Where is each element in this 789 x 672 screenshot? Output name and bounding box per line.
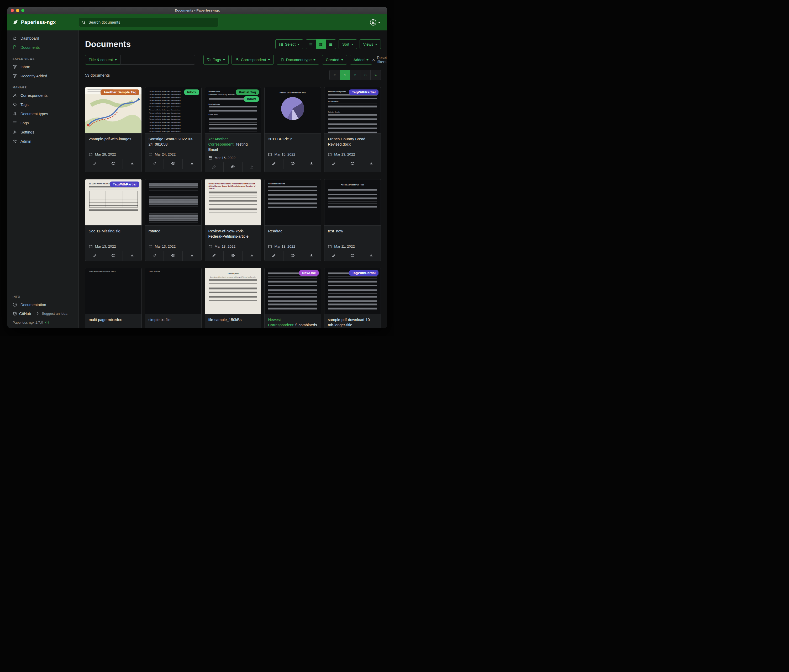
view-document-button[interactable]	[163, 159, 182, 169]
document-thumbnail[interactable]: Lorem ipsumLorem ipsum dolor sit amet, c…	[205, 268, 261, 314]
document-title[interactable]: file-sample_150kBs	[208, 318, 242, 322]
document-title[interactable]: test_new	[328, 229, 343, 233]
sidebar-item-recently-added[interactable]: Recently Added	[7, 71, 78, 81]
document-title-line[interactable]: Review-of-New-York-Federal-Petitions-art…	[208, 228, 258, 239]
sidebar-item-dashboard[interactable]: Dashboard	[7, 33, 78, 43]
document-title-line[interactable]: test_new	[328, 228, 377, 234]
document-card[interactable]: TagWithPartial sample-pdf-download-10-mb…	[324, 268, 381, 328]
list-view-button[interactable]	[306, 39, 316, 49]
tag-badge[interactable]: TagWithPartial	[349, 270, 379, 275]
title-content-dropdown[interactable]: Title & content	[85, 55, 120, 65]
document-thumbnail[interactable]: Adobe Acrobat PDF Files	[324, 179, 380, 226]
document-card[interactable]: Lorem ipsumLorem ipsum dolor sit amet, c…	[205, 268, 262, 328]
view-document-button[interactable]	[104, 251, 123, 261]
suggest-idea-link[interactable]: Suggest an idea	[36, 312, 67, 315]
document-title-line[interactable]: Newest Correspondent:f_combineds	[268, 317, 317, 328]
correspondent-filter-button[interactable]: Correspondent	[232, 55, 274, 65]
view-document-button[interactable]	[343, 251, 362, 261]
tag-badge[interactable]: Inbox	[244, 96, 259, 102]
reset-filters-button[interactable]: × Reset filters	[372, 56, 387, 64]
view-document-button[interactable]	[283, 159, 302, 169]
tag-badge[interactable]: Another Sample Tag	[101, 89, 139, 95]
edit-document-button[interactable]	[324, 251, 343, 261]
document-title-line[interactable]: 2011 BP Pie 2	[268, 136, 317, 142]
document-title-line[interactable]: Sonstige ScanPC2022 03-24_081058	[149, 136, 198, 147]
document-title-line[interactable]: rotated	[149, 228, 198, 234]
document-title-line[interactable]: 2sample-pdf-with-images	[89, 136, 138, 142]
document-thumbnail[interactable]	[145, 179, 201, 226]
document-card[interactable]: French Country BreadFor the LeavenMake t…	[324, 87, 381, 172]
document-title-line[interactable]: Yet Another Correspondent:Testing Email	[208, 136, 258, 152]
document-thumbnail[interactable]: This is a test file.	[145, 268, 201, 314]
document-thumbnail[interactable]: This is a multi page document. Page 1.	[85, 268, 142, 314]
download-document-button[interactable]	[123, 159, 142, 169]
sidebar-item-inbox[interactable]: Inbox	[7, 62, 78, 71]
view-document-button[interactable]	[283, 251, 302, 261]
document-card[interactable]: NewOne Newest Correspondent:f_combineds	[264, 268, 321, 328]
minimize-window-button[interactable]	[16, 9, 19, 12]
tags-filter-button[interactable]: Tags	[203, 55, 228, 65]
sort-button[interactable]: Sort	[339, 39, 357, 49]
document-thumbnail[interactable]: Contact Sheet Demo	[265, 179, 321, 226]
pagination-page-1[interactable]: 1	[340, 70, 350, 80]
document-thumbnail[interactable]: NewOne	[265, 268, 321, 314]
document-thumbnail[interactable]: Review of New York Federal Petitions for…	[205, 179, 261, 226]
download-document-button[interactable]	[362, 251, 380, 261]
added-filter-button[interactable]: Added	[350, 55, 372, 65]
download-document-button[interactable]	[302, 251, 321, 261]
sidebar-item-documents[interactable]: Documents	[7, 43, 78, 52]
view-document-button[interactable]	[104, 159, 123, 169]
edit-document-button[interactable]	[265, 251, 283, 261]
edit-document-button[interactable]	[85, 251, 104, 261]
zoom-window-button[interactable]	[21, 9, 24, 12]
window-titlebar[interactable]: Documents - Paperless-ngx	[7, 7, 387, 14]
document-title[interactable]: 2sample-pdf-with-images	[89, 137, 131, 141]
github-link[interactable]: GitHub	[13, 311, 31, 316]
tag-badge[interactable]: TagWithPartial	[349, 89, 379, 95]
global-search[interactable]	[79, 18, 218, 27]
document-thumbnail[interactable]: Patient BP Distribution 2011	[265, 88, 321, 134]
edit-document-button[interactable]	[205, 251, 224, 261]
document-card[interactable]: 11. CONTINUING MEDICAL EDUCA TagWithPart…	[85, 179, 142, 261]
brand[interactable]: Paperless-ngx	[7, 19, 79, 25]
document-card[interactable]: This is a test file. simple txt file	[145, 268, 201, 328]
document-title-line[interactable]: Sec 11-Missing sig	[89, 228, 138, 234]
document-card[interactable]: Another Sample Tag 2sample-pdf-with-imag…	[85, 87, 142, 172]
download-document-button[interactable]	[302, 159, 321, 169]
view-document-button[interactable]	[224, 251, 242, 261]
edit-document-button[interactable]	[265, 159, 283, 169]
view-document-button[interactable]	[343, 159, 362, 169]
download-document-button[interactable]	[362, 159, 380, 169]
detail-view-button[interactable]	[326, 39, 336, 49]
document-correspondent[interactable]: Newest Correspondent:	[268, 318, 294, 327]
view-document-button[interactable]	[224, 162, 242, 172]
document-title[interactable]: f_combineds	[295, 323, 317, 327]
edit-document-button[interactable]	[205, 162, 224, 172]
document-thumbnail[interactable]: 11. CONTINUING MEDICAL EDUCA TagWithPart…	[85, 179, 142, 226]
sidebar-item-admin[interactable]: Admin	[7, 137, 78, 146]
view-document-button[interactable]	[163, 251, 182, 261]
download-document-button[interactable]	[182, 251, 201, 261]
search-input[interactable]	[79, 18, 218, 27]
document-card[interactable]: This is a test for the double space char…	[145, 87, 201, 172]
document-title-line[interactable]: multi-page-mixedxx	[89, 317, 138, 322]
document-title-line[interactable]: ReadMe	[268, 228, 317, 234]
document-title[interactable]: ReadMe	[268, 229, 283, 233]
tag-badge[interactable]: NewOne	[299, 270, 319, 275]
document-title[interactable]: French Country Bread Revised.docx	[328, 137, 365, 147]
document-thumbnail[interactable]: TagWithPartial	[324, 268, 380, 314]
document-title-line[interactable]: file-sample_150kBs	[208, 317, 258, 322]
document-card[interactable]: Patient BP Distribution 2011 2011 BP Pie…	[264, 87, 321, 172]
close-window-button[interactable]	[11, 9, 14, 12]
select-button[interactable]: Select	[275, 39, 303, 49]
grid-view-button[interactable]	[316, 39, 326, 49]
download-document-button[interactable]	[182, 159, 201, 169]
sidebar-item-settings[interactable]: Settings	[7, 127, 78, 137]
document-title[interactable]: 2011 BP Pie 2	[268, 137, 292, 141]
title-content-input[interactable]	[120, 55, 195, 65]
document-thumbnail[interactable]: Release NotesSimba ODBC Driver for SQL S…	[205, 88, 261, 134]
document-title[interactable]: simple txt file	[149, 318, 171, 322]
document-type-filter-button[interactable]: Document type	[277, 55, 319, 65]
document-card[interactable]: Review of New York Federal Petitions for…	[205, 179, 262, 261]
document-card[interactable]: Release NotesSimba ODBC Driver for SQL S…	[205, 87, 262, 172]
